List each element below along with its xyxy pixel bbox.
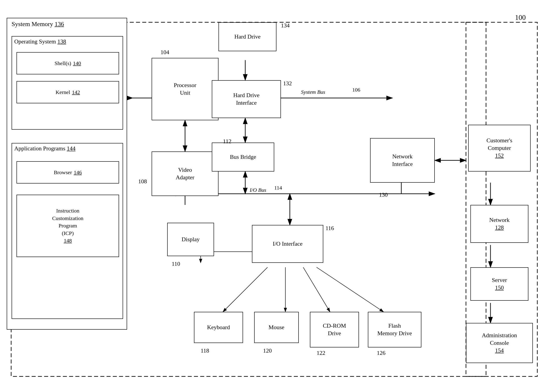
keyboard-ref: 118 (201, 348, 209, 354)
system-bus-label: System Bus (301, 89, 325, 95)
flash-ref: 126 (377, 350, 385, 356)
video-adapter-box: VideoAdapter (152, 152, 219, 196)
admin-console-box: AdministrationConsole154 (466, 323, 533, 363)
processor-ref: 104 (161, 49, 169, 56)
label-100: 100 (515, 13, 526, 22)
kernel-box: Kernel 142 (17, 81, 119, 103)
io-ref: 116 (325, 225, 334, 232)
svg-line-26 (303, 267, 330, 312)
svg-line-27 (317, 267, 384, 312)
flash-memory-box: FlashMemory Drive (368, 312, 421, 348)
io-interface-box: I/O Interface (252, 225, 323, 263)
keyboard-box: Keyboard (194, 312, 243, 343)
browser-box: Browser 146 (17, 161, 119, 183)
app-programs-box: Application Programs 144 Browser 146 Ins… (12, 143, 123, 319)
server-box: Server150 (470, 267, 528, 301)
icp-box: InstructionCustomizationProgram(ICP)148 (17, 195, 119, 257)
system-bus-ref: 106 (352, 87, 360, 93)
hdi-ref: 132 (283, 80, 292, 87)
os-box: Operating System 138 Shell(s) 140 Kernel… (12, 36, 123, 130)
shells-box: Shell(s) 140 (17, 52, 119, 74)
bus-bridge-box: Bus Bridge (212, 143, 274, 171)
cdrom-box: CD-ROMDrive (310, 312, 359, 348)
mouse-box: Mouse (254, 312, 299, 343)
io-bus-label: I/O Bus (250, 187, 266, 193)
svg-line-24 (223, 267, 267, 312)
io-bus-ref: 114 (274, 185, 282, 191)
hard-drive-interface-box: Hard DriveInterface (212, 80, 281, 118)
system-memory-box: System Memory 136 Operating System 138 S… (7, 18, 127, 330)
os-title: Operating System 138 (14, 38, 66, 45)
network-box: Network128 (470, 205, 528, 243)
mouse-ref: 120 (263, 348, 272, 354)
va-ref: 108 (138, 178, 147, 185)
cdrom-ref: 122 (317, 350, 325, 356)
app-programs-title: Application Programs 144 (14, 145, 75, 152)
display-ref: 110 (172, 261, 180, 267)
bb-ref: 112 (223, 138, 231, 145)
network-interface-box: NetworkInterface (370, 138, 435, 183)
hard-drive-box: Hard Drive (219, 22, 276, 51)
system-memory-title: System Memory 136 (12, 20, 64, 28)
processor-unit-box: ProcessorUnit (152, 58, 219, 120)
hard-drive-ref: 134 (281, 22, 290, 29)
display-box: Display (167, 223, 214, 256)
customers-computer-box: Customer'sComputer152 (468, 125, 531, 171)
ni-ref: 130 (379, 191, 388, 198)
